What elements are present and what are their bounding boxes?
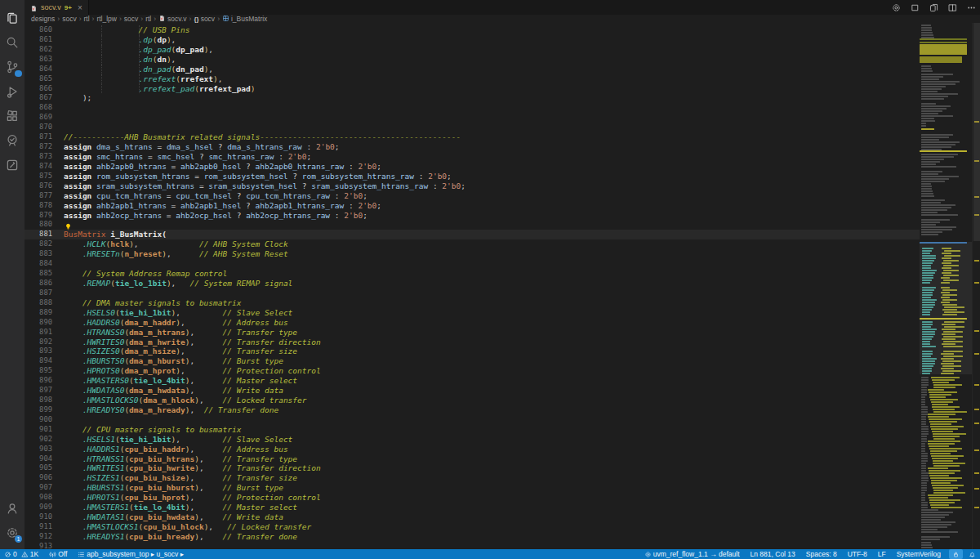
breadcrumb-item-rtl[interactable]: rtl: [145, 15, 151, 23]
code-line[interactable]: 863 .dn(dn),: [24, 55, 921, 65]
breadcrumb-item-socv[interactable]: socv: [124, 15, 138, 23]
code-line[interactable]: 905 .HWRITES1(cpu_biu_hwrite), // Transf…: [24, 463, 921, 473]
code-line[interactable]: 873assign smc_htrans = smc_hsel ? smc_ht…: [24, 152, 921, 162]
config-status[interactable]: uvm_ref_flow_1.1 → default: [640, 549, 746, 559]
accounts-icon[interactable]: [0, 497, 24, 520]
code-line[interactable]: 860 // USB Pins: [24, 25, 921, 35]
code-line[interactable]: 910 .HWDATAS1(cpu_biu_hwdata), // Write …: [24, 512, 921, 522]
code-editor[interactable]: 860 // USB Pins861 .dp(dp),862 .dp_pad(d…: [24, 23, 980, 549]
explorer-icon[interactable]: [0, 7, 24, 29]
code-line[interactable]: 865 .rrefext(rrefext),: [24, 74, 921, 84]
code-line[interactable]: 896 .HMASTERS0(tie_lo_4bit), // Master s…: [24, 376, 921, 386]
trust-lock-status[interactable]: [949, 549, 963, 559]
minimap-line: [921, 88, 942, 90]
code-line[interactable]: 888 // DMA master signals to busmatrix: [24, 298, 921, 308]
code-line[interactable]: 866 .rrefext_pad(rrefext_pad): [24, 84, 921, 94]
split-editor-icon[interactable]: [947, 2, 958, 13]
encoding-status[interactable]: UTF-8: [844, 549, 874, 559]
code-line[interactable]: 899 .HREADYS0(dma_m_hready), // Transfer…: [24, 405, 921, 415]
code-line[interactable]: 885 // System Address Remap control: [24, 269, 921, 279]
code-line[interactable]: 880: [24, 220, 921, 230]
lightbulb-icon[interactable]: [64, 220, 73, 229]
breadcrumb-label: socv: [201, 15, 215, 23]
breadcrumb-separator: ›: [189, 15, 192, 23]
tab-socv[interactable]: socv.v 9+ ×: [24, 0, 89, 15]
code-line[interactable]: 895 .HPROTS0(dma_m_hprot), // Protection…: [24, 366, 921, 376]
code-line[interactable]: 903 .HADDRS1(cpu_biu_haddr), // Address …: [24, 445, 921, 454]
code-line[interactable]: 913: [24, 542, 921, 549]
indentation-status[interactable]: Spaces: 8: [802, 549, 844, 559]
code-line[interactable]: 891 .HTRANSS0(dma_m_htrans), // Transfer…: [24, 328, 921, 338]
code-line[interactable]: 893 .HSIZES0(dma_m_hsize), // Transfer s…: [24, 347, 921, 356]
hierarchy-status[interactable]: apb_subsystem_top ▸ u_socv ▸: [74, 549, 190, 559]
code-line[interactable]: 892 .HWRITES0(dma_m_hwrite), // Transfer…: [24, 338, 921, 347]
source-control-icon[interactable]: [0, 56, 24, 78]
open-changes-icon[interactable]: [928, 2, 939, 13]
language-status[interactable]: SystemVerilog: [893, 549, 947, 559]
run-debug-icon[interactable]: [0, 80, 24, 103]
search-icon[interactable]: [0, 31, 24, 54]
minimap[interactable]: [920, 23, 972, 549]
problems-status[interactable]: 01K: [0, 549, 45, 559]
toggle-layout-icon[interactable]: [909, 2, 920, 13]
code-line[interactable]: 876assign sram_subsystem_htrans = sram_s…: [24, 181, 921, 191]
code-line[interactable]: 912 .HREADYS1(cpu_biu_hready), // Transf…: [24, 532, 921, 542]
code-line[interactable]: 871//-----------AHB Busmatrix related si…: [24, 132, 921, 142]
code-line[interactable]: 884: [24, 259, 921, 269]
code-line[interactable]: 861 .dp(dp),: [24, 35, 921, 45]
code-line[interactable]: 911 .HMASTLOCKS1(cpu_biu_hlock), // Lock…: [24, 522, 921, 532]
code-line[interactable]: 887: [24, 288, 921, 298]
code-line[interactable]: 908 .HPROTS1(cpu_biu_hprot), // Protecti…: [24, 493, 921, 503]
breadcrumb-item-socv-v[interactable]: socv.v: [158, 15, 186, 23]
close-icon[interactable]: ×: [78, 3, 82, 12]
code-line[interactable]: 878assign ahb2apb1_htrans = ahb2apb1_hse…: [24, 201, 921, 211]
more-actions-icon[interactable]: [965, 2, 977, 13]
code-line[interactable]: 901 // CPU master signals to busmatrix: [24, 425, 921, 435]
code-line[interactable]: 874assign ahb2apb0_htrans = ahb2apb0_hse…: [24, 162, 921, 172]
testing-icon[interactable]: [0, 129, 24, 152]
minimap-line: [921, 166, 956, 168]
breadcrumb-item-i-busmatrix[interactable]: i_BusMatrix: [222, 15, 267, 23]
code-line[interactable]: 897 .HWDATAS0(dma_m_hwdata), // Write da…: [24, 386, 921, 396]
code-line[interactable]: 898 .HMASTLOCKS0(dma_m_hlock), // Locked…: [24, 396, 921, 405]
minimap-slider[interactable]: [920, 242, 972, 374]
breadcrumb-item-rtl-lpw[interactable]: rtl_lpw: [96, 15, 117, 23]
code-line[interactable]: 906 .HSIZES1(cpu_biu_hsize), // Transfer…: [24, 473, 921, 483]
code-line[interactable]: 872assign dma_s_htrans = dma_s_hsel ? dm…: [24, 142, 921, 152]
eol-status[interactable]: LF: [874, 549, 893, 559]
broadcast-status[interactable]: Off: [45, 549, 74, 559]
code-line[interactable]: 894 .HBURSTS0(dma_m_hburst), // Burst ty…: [24, 356, 921, 366]
scrollbar-thumb[interactable]: [973, 23, 980, 241]
code-line[interactable]: 870: [24, 123, 921, 132]
code-line[interactable]: 902 .HSELS1(tie_hi_1bit), // Slave Selec…: [24, 435, 921, 445]
code-line[interactable]: 904 .HTRANSS1(cpu_biu_htrans), // Transf…: [24, 454, 921, 464]
code-line[interactable]: 889 .HSELS0(tie_hi_1bit), // Slave Selec…: [24, 308, 921, 318]
code-line[interactable]: 869: [24, 113, 921, 123]
code-line[interactable]: 875assign rom_subsystem_htrans = rom_sub…: [24, 172, 921, 181]
code-line[interactable]: 886 .REMAP(tie_lo_1bit), // System REMAP…: [24, 279, 921, 288]
code-line[interactable]: 909 .HMASTERS1(tie_lo_4bit), // Master s…: [24, 503, 921, 512]
notifications-bell[interactable]: [964, 549, 980, 559]
code-line[interactable]: 879assign ahb2ocp_htrans = ahb2ocp_hsel …: [24, 211, 921, 221]
breadcrumb-item-rtl[interactable]: rtl: [83, 15, 89, 23]
code-line[interactable]: 890 .HADDRS0(dma_m_haddr), // Address bu…: [24, 318, 921, 328]
code-line[interactable]: 883 .HRESETn(n_hreset), // AHB System Re…: [24, 249, 921, 259]
code-line[interactable]: 862 .dp_pad(dp_pad),: [24, 45, 921, 55]
code-line[interactable]: 881BusMatrix i_BusMatrix(: [24, 230, 921, 239]
code-line[interactable]: 868: [24, 103, 921, 113]
code-line[interactable]: 867 );: [24, 93, 921, 103]
breadcrumb-item-designs[interactable]: designs: [31, 15, 55, 23]
settings-icon[interactable]: [890, 2, 902, 13]
breadcrumb-item-socv[interactable]: socv: [62, 15, 76, 23]
code-line[interactable]: 882 .HCLK(hclk), // AHB System Clock: [24, 239, 921, 249]
settings-icon[interactable]: 1: [0, 521, 24, 544]
cursor-position-status[interactable]: Ln 881, Col 13: [746, 549, 802, 559]
code-line[interactable]: 877assign cpu_tcm_htrans = cpu_tcm_hsel …: [24, 191, 921, 201]
code-line[interactable]: 900: [24, 415, 921, 425]
minimap-line: [932, 406, 960, 408]
extensions-icon[interactable]: [0, 105, 24, 127]
code-line[interactable]: 864 .dn_pad(dn_pad),: [24, 65, 921, 74]
notebook-icon[interactable]: [0, 154, 24, 177]
code-line[interactable]: 907 .HBURSTS1(cpu_biu_hburst), // Burst …: [24, 483, 921, 493]
breadcrumb-item-socv[interactable]: {}socv: [194, 15, 215, 23]
